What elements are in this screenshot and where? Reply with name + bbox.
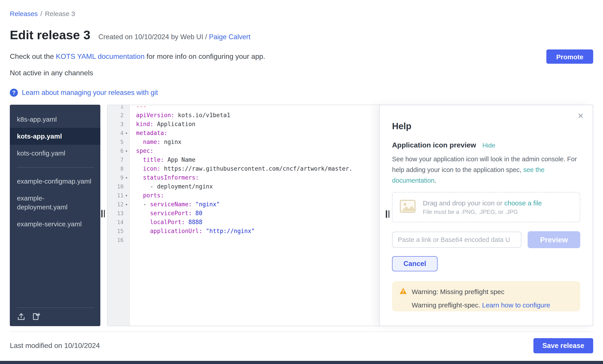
sidebar-file-item[interactable]: example-deployment.yaml: [10, 190, 100, 216]
sidebar-file-item[interactable]: example-service.yaml: [10, 216, 100, 232]
help-panel-title: Help: [392, 121, 580, 132]
gutter-line: 5: [107, 138, 130, 147]
release-editor-app: Releases / Release 3 Edit release 3 Crea…: [0, 0, 603, 364]
line-number: 16: [113, 236, 124, 245]
gutter-line: 14: [107, 218, 130, 227]
code-token-str: "nginx": [192, 201, 220, 208]
line-number: 1: [113, 105, 124, 111]
icon-dropzone[interactable]: Drag and drop your icon or choose a file…: [392, 192, 580, 222]
code-token-val: nginx: [161, 139, 182, 145]
gutter-line: 7: [107, 155, 130, 165]
description-suffix: .: [434, 177, 436, 184]
cancel-button[interactable]: Cancel: [392, 256, 438, 271]
git-releases-link[interactable]: Learn about managing your releases with …: [22, 89, 158, 97]
icon-url-input[interactable]: [392, 232, 521, 248]
fold-arrow-icon[interactable]: ▾: [124, 129, 129, 138]
gutter-line: 8: [107, 165, 130, 173]
close-icon[interactable]: ✕: [578, 111, 584, 121]
page-title: Edit release 3: [10, 28, 90, 42]
sidebar-group-divider: [17, 167, 94, 167]
gutter-line: 10: [107, 182, 130, 191]
code-token-val: kots.io/v1beta1: [174, 112, 230, 119]
created-meta: Created on 10/10/2024 by Web UI / Paige …: [98, 33, 250, 41]
line-number: 2: [113, 111, 124, 120]
icon-preview-title: Application icon preview: [392, 141, 476, 149]
line-number: 7: [113, 155, 124, 165]
code-token-val: -: [136, 201, 150, 208]
fold-arrow-icon[interactable]: ▾: [124, 147, 129, 155]
preflight-warning-box: Warning: Missing preflight spec Warning …: [392, 281, 580, 311]
code-token-key: title:: [143, 156, 164, 163]
gutter-line: 6▾: [107, 147, 130, 155]
line-number: 9: [113, 173, 124, 182]
dropzone-line1: Drag and drop your icon or choose a file: [423, 199, 542, 207]
preview-button[interactable]: Preview: [528, 231, 580, 248]
warning-detail-text: Warning preflight-spec.: [412, 301, 482, 309]
code-token-val: [136, 210, 150, 217]
breadcrumb-separator: /: [40, 10, 42, 17]
code-token-val: [136, 192, 143, 199]
code-token-val: [136, 165, 143, 172]
warning-row: Warning: Missing preflight spec: [399, 287, 573, 296]
learn-how-to-configure-link[interactable]: Learn how to configure: [482, 301, 550, 309]
warning-triangle-icon: [399, 287, 407, 296]
code-token-val: [136, 139, 143, 145]
new-file-icon[interactable]: [32, 312, 40, 321]
code-token-key: apiVersion:: [136, 112, 174, 119]
handle-bar: [101, 210, 102, 217]
handle-bar: [388, 210, 389, 218]
fold-arrow-icon[interactable]: ▾: [124, 191, 129, 200]
bottom-page-strip: [0, 361, 603, 364]
sidebar-file-item[interactable]: k8s-app.yaml: [10, 111, 100, 128]
gutter-line: 2: [107, 111, 130, 120]
gutter-line: 4▾: [107, 129, 130, 138]
sidebar-bottom-toolbar: [17, 308, 94, 326]
code-token-key: ports:: [143, 192, 164, 199]
line-number: 3: [113, 120, 124, 129]
icon-preview-section-header: Application icon preview Hide: [392, 141, 580, 149]
choose-a-file-link[interactable]: choose a file: [504, 199, 542, 207]
created-author-link[interactable]: Paige Calvert: [209, 33, 250, 41]
doc-suffix: for more info on configuring your app.: [144, 53, 265, 60]
code-token-key: icon:: [143, 165, 160, 172]
pane-resize-handle-sidebar[interactable]: [101, 210, 105, 217]
handle-bar: [104, 210, 105, 217]
hide-link[interactable]: Hide: [482, 142, 495, 149]
breadcrumb-releases-link[interactable]: Releases: [10, 10, 38, 17]
icon-url-row: Preview: [392, 231, 580, 248]
code-token-key: statusInformers:: [143, 174, 199, 181]
code-token-key: servicePort:: [150, 210, 192, 217]
promote-button[interactable]: Promote: [546, 49, 593, 64]
breadcrumb-current: Release 3: [45, 10, 75, 17]
code-token-val: [136, 219, 150, 225]
question-mark-icon[interactable]: ?: [10, 89, 18, 97]
warning-title: Warning: Missing preflight spec: [412, 288, 504, 295]
code-token-val: - deployment/nginx: [136, 183, 213, 190]
channel-status: Not active in any channels: [10, 69, 593, 77]
sidebar-file-item[interactable]: kots-app.yaml: [10, 128, 100, 145]
gutter-line: 1: [107, 105, 130, 111]
save-release-button[interactable]: Save release: [533, 338, 593, 353]
sidebar-file-item[interactable]: kots-config.yaml: [10, 145, 100, 162]
file-list: k8s-app.yamlkots-app.yamlkots-config.yam…: [10, 111, 100, 232]
code-token-key: metadata:: [136, 130, 167, 136]
sidebar-file-item[interactable]: example-configmap.yaml: [10, 173, 100, 190]
code-token-val: App Name: [164, 156, 195, 163]
gutter-line: 15: [107, 227, 130, 236]
fold-arrow-icon[interactable]: ▾: [124, 173, 129, 182]
code-token-key: applicationUrl:: [150, 228, 202, 234]
line-number: 13: [113, 209, 124, 218]
kots-yaml-doc-link[interactable]: KOTS YAML documentation: [56, 53, 144, 60]
line-number: 12: [113, 200, 124, 209]
line-number: 14: [113, 218, 124, 227]
code-token-val: [136, 156, 143, 163]
fold-arrow-icon[interactable]: ▾: [124, 200, 129, 209]
title-row: Edit release 3 Created on 10/10/2024 by …: [10, 28, 593, 42]
dropzone-filetypes: File must be a .PNG, .JPEG, or .JPG: [423, 209, 542, 215]
pane-resize-handle-help[interactable]: [386, 210, 389, 218]
upload-file-icon[interactable]: [17, 312, 25, 321]
line-number: 10: [113, 182, 124, 191]
dropzone-instruction: Drag and drop your icon or: [423, 199, 504, 207]
footer: Last modified on 10/10/2024 Save release: [10, 331, 593, 353]
page: Releases / Release 3 Edit release 3 Crea…: [0, 0, 603, 353]
